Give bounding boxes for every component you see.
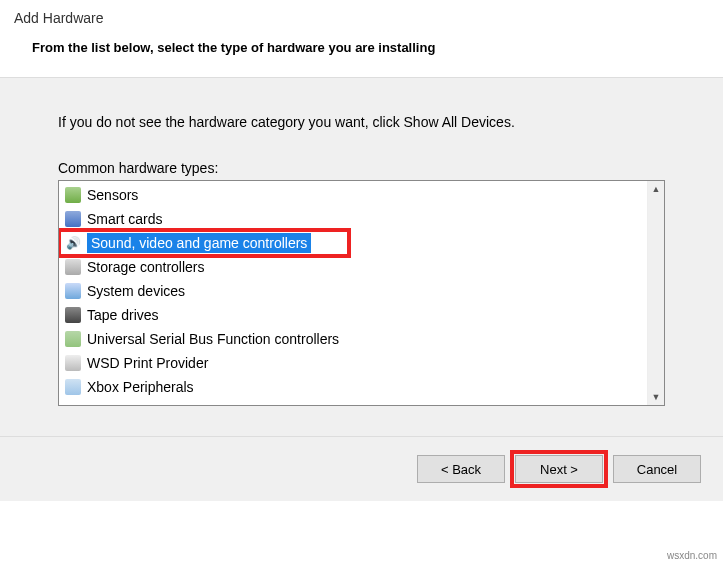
page-subtitle: From the list below, select the type of … xyxy=(32,40,709,55)
cancel-button[interactable]: Cancel xyxy=(613,455,701,483)
sound-icon: 🔊 xyxy=(65,235,81,251)
list-item[interactable]: Xbox Peripherals xyxy=(59,375,647,399)
list-item[interactable]: Storage controllers xyxy=(59,255,647,279)
hardware-listbox[interactable]: Sensors Smart cards 🔊 Sound, video and g… xyxy=(58,180,665,406)
scroll-up-icon[interactable]: ▲ xyxy=(652,184,661,194)
smartcard-icon xyxy=(65,211,81,227)
sensors-icon xyxy=(65,187,81,203)
content-area: If you do not see the hardware category … xyxy=(0,78,723,436)
wsd-icon xyxy=(65,355,81,371)
back-button[interactable]: < Back xyxy=(417,455,505,483)
list-label: Common hardware types: xyxy=(58,160,665,176)
next-button[interactable]: Next > xyxy=(515,455,603,483)
list-item[interactable]: Smart cards xyxy=(59,207,647,231)
watermark: wsxdn.com xyxy=(667,550,717,561)
hint-text: If you do not see the hardware category … xyxy=(58,114,665,130)
list-item-label: Tape drives xyxy=(87,307,159,323)
list-item[interactable]: System devices xyxy=(59,279,647,303)
list-item[interactable]: Tape drives xyxy=(59,303,647,327)
scroll-down-icon[interactable]: ▼ xyxy=(652,392,661,402)
list-item-selected[interactable]: 🔊 Sound, video and game controllers xyxy=(59,231,647,255)
footer: < Back Next > Cancel xyxy=(0,437,723,501)
tape-icon xyxy=(65,307,81,323)
list-item-label: Smart cards xyxy=(87,211,162,227)
page-title: Add Hardware xyxy=(14,10,709,26)
list-item-label: Sound, video and game controllers xyxy=(87,233,311,253)
list-item-label: Storage controllers xyxy=(87,259,205,275)
list-item[interactable]: WSD Print Provider xyxy=(59,351,647,375)
list-item-label: System devices xyxy=(87,283,185,299)
list-item-label: Universal Serial Bus Function controller… xyxy=(87,331,339,347)
system-icon xyxy=(65,283,81,299)
list-item-label: Sensors xyxy=(87,187,138,203)
list-item[interactable]: Universal Serial Bus Function controller… xyxy=(59,327,647,351)
list-item-label: WSD Print Provider xyxy=(87,355,208,371)
usb-icon xyxy=(65,331,81,347)
scrollbar[interactable]: ▲ ▼ xyxy=(647,181,664,405)
list-item[interactable]: Sensors xyxy=(59,183,647,207)
xbox-icon xyxy=(65,379,81,395)
storage-icon xyxy=(65,259,81,275)
list-item-label: Xbox Peripherals xyxy=(87,379,194,395)
